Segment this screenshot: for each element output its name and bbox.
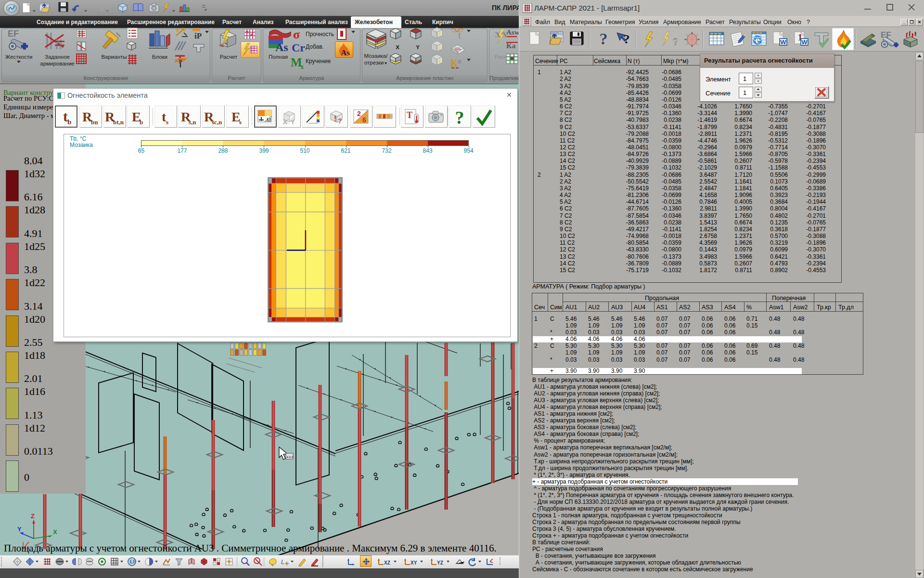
- svg-text:L: L: [281, 558, 284, 565]
- svg-text:2: 2: [357, 110, 361, 118]
- svg-text:As: As: [341, 48, 350, 57]
- svg-text:Y: Y: [17, 525, 22, 533]
- svg-text:T: T: [407, 110, 412, 120]
- svg-text:Z: Z: [31, 512, 35, 520]
- svg-text:Ka: Ka: [506, 42, 516, 50]
- svg-text:Cr: Cr: [292, 41, 305, 54]
- svg-text:σ: σ: [293, 28, 300, 40]
- svg-text:?: ?: [455, 107, 464, 127]
- svg-text:!: !: [334, 115, 336, 123]
- svg-text:EF: EF: [8, 29, 19, 39]
- svg-text:XZ: XZ: [384, 560, 390, 565]
- svg-text:Y: Y: [291, 118, 295, 125]
- svg-text:b: b: [140, 118, 143, 126]
- svg-text:?: ?: [338, 117, 342, 125]
- svg-text:W: W: [780, 39, 786, 46]
- svg-text:b: b: [67, 118, 71, 126]
- svg-text:YZ: YZ: [437, 560, 443, 565]
- svg-text:M: M: [267, 117, 271, 123]
- svg-text:Asw: Asw: [506, 28, 520, 36]
- svg-text:XY: XY: [411, 560, 417, 565]
- svg-text:?: ?: [672, 36, 677, 48]
- svg-text:EF: EF: [129, 559, 136, 565]
- svg-text:K: K: [450, 58, 458, 68]
- svg-text:sc,n: sc,n: [212, 118, 222, 126]
- svg-text:bn: bn: [91, 118, 98, 126]
- svg-text:?: ?: [600, 31, 608, 48]
- svg-text:As: As: [275, 41, 288, 51]
- svg-text:6: 6: [362, 116, 366, 124]
- svg-text:s,n: s,n: [189, 118, 196, 126]
- svg-text:iP: iP: [194, 31, 202, 39]
- svg-text:σ: σ: [458, 58, 462, 65]
- svg-text:W: W: [801, 39, 808, 46]
- svg-text:x: x: [300, 63, 304, 69]
- svg-text:bt,n: bt,n: [113, 118, 124, 126]
- svg-text:t: t: [458, 30, 461, 40]
- svg-text:s: s: [166, 118, 168, 126]
- svg-text:s: s: [239, 118, 242, 126]
- svg-text:e: e: [756, 35, 760, 45]
- svg-text:X: X: [53, 528, 57, 536]
